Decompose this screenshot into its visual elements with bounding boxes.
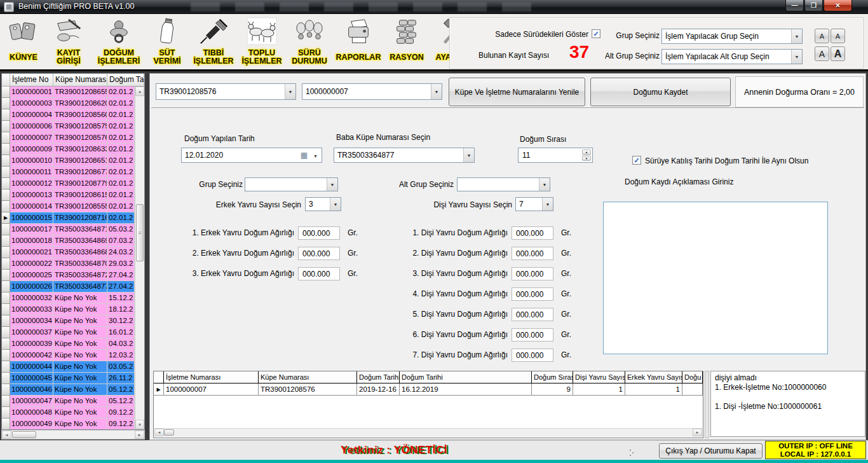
- cell[interactable]: 30.12.2: [107, 315, 135, 327]
- cell[interactable]: 1000000046: [10, 384, 53, 396]
- cell[interactable]: 02.01.2: [107, 144, 135, 155]
- column-header-kupe-numarasi[interactable]: Küpe Numarası: [53, 74, 107, 86]
- scroll-left-icon[interactable]: [154, 429, 164, 436]
- row-selector[interactable]: [2, 235, 10, 247]
- row-selector[interactable]: [2, 338, 10, 350]
- cell[interactable]: 1000000004: [10, 109, 53, 121]
- cell[interactable]: Küpe No Yok: [53, 304, 107, 315]
- cell[interactable]: TR39001208651: [53, 155, 107, 167]
- toolbar-item-kayit-girisi[interactable]: KAYIT GİRİŞİ: [44, 15, 93, 69]
- row-selector[interactable]: [2, 361, 10, 373]
- animal-row[interactable]: 1000000013TR3900120861502.01.2: [2, 190, 135, 201]
- animal-row[interactable]: 1000000010TR3900120865102.01.2: [2, 155, 135, 167]
- animal-row[interactable]: 1000000039Küpe No Yok04.03.2: [2, 338, 135, 350]
- scroll-down-icon[interactable]: [135, 420, 144, 429]
- minimize-button[interactable]: —: [785, 0, 804, 11]
- cell[interactable]: 05.12.2: [107, 396, 135, 407]
- cell[interactable]: TR39001208555: [53, 201, 107, 212]
- cell[interactable]: 1000000045: [10, 373, 53, 384]
- cell[interactable]: Küpe No Yok: [53, 361, 107, 373]
- weight-input[interactable]: 000.000: [298, 247, 340, 260]
- cell[interactable]: 27.04.2: [107, 281, 135, 293]
- animal-row[interactable]: 1000000021TR3500336486824.03.2: [2, 247, 135, 258]
- cell[interactable]: 1000000044: [10, 361, 53, 373]
- cell[interactable]: 1000000026: [10, 281, 53, 293]
- weight-input[interactable]: 000.000: [512, 226, 553, 240]
- cell[interactable]: 02.01.2: [107, 167, 135, 178]
- weight-input[interactable]: 000.000: [512, 328, 553, 342]
- row-selector[interactable]: [2, 178, 10, 190]
- row-selector[interactable]: [2, 327, 10, 338]
- cell[interactable]: TR35003364869: [53, 235, 107, 247]
- scrollbar-thumb[interactable]: [136, 204, 144, 261]
- cell[interactable]: 02.01.2: [107, 201, 135, 212]
- same-date-checkbox[interactable]: [632, 156, 641, 165]
- cell[interactable]: 1000000047: [10, 396, 53, 407]
- cell[interactable]: Küpe No Yok: [53, 407, 107, 418]
- animal-row[interactable]: 1000000018TR3500336486907.03.2: [2, 235, 135, 247]
- row-selector[interactable]: [2, 98, 10, 109]
- cell[interactable]: 02.01.2: [107, 132, 135, 144]
- row-selector[interactable]: [2, 247, 10, 258]
- animal-row[interactable]: 1000000015TR3900120871602.01.2: [2, 212, 135, 224]
- cell[interactable]: 12.03.2: [107, 350, 135, 361]
- row-selector[interactable]: [2, 304, 10, 315]
- animal-row[interactable]: 1000000001TR3900120865502.01.2: [2, 86, 135, 98]
- cell[interactable]: 1: [625, 384, 682, 395]
- cell[interactable]: 26.11.2: [107, 373, 135, 384]
- row-selector[interactable]: [2, 109, 10, 121]
- cell[interactable]: Küpe No Yok: [53, 418, 107, 429]
- subgroup-select-combo[interactable]: İşlem Yapılacak Alt Grup Seçin: [661, 49, 803, 64]
- cell[interactable]: 09.12.2: [107, 418, 135, 429]
- column-header[interactable]: İşletme Numarası: [164, 371, 259, 383]
- cell[interactable]: 1000000015: [10, 212, 53, 224]
- cell[interactable]: Küpe No Yok: [53, 384, 107, 396]
- cell[interactable]: TR39001208576: [53, 132, 107, 144]
- cell[interactable]: 1000000014: [10, 201, 53, 212]
- cell[interactable]: TR39001208620: [53, 98, 107, 109]
- save-birth-button[interactable]: Doğumu Kaydet: [590, 78, 731, 106]
- animal-row[interactable]: 1000000026TR3500336487727.04.2: [2, 281, 135, 293]
- cell[interactable]: TR39001208779: [53, 178, 107, 190]
- animal-row[interactable]: 1000000047Küpe No Yok05.12.2: [2, 396, 135, 407]
- animal-row[interactable]: 1000000037Küpe No Yok16.01.2: [2, 327, 135, 338]
- cell[interactable]: TR39001208677: [53, 167, 107, 178]
- cell[interactable]: 1000000010: [10, 155, 53, 167]
- row-selector[interactable]: [2, 121, 10, 132]
- cell[interactable]: Küpe No Yok: [53, 373, 107, 384]
- cell[interactable]: 02.01.2: [107, 98, 135, 109]
- animal-row[interactable]: 1000000022TR3500336487029.03.2: [2, 258, 135, 270]
- row-selector[interactable]: [2, 144, 10, 155]
- row-selector[interactable]: [2, 258, 10, 270]
- row-selector[interactable]: [2, 212, 10, 224]
- cell[interactable]: 1000000037: [10, 327, 53, 338]
- weight-input[interactable]: 000.000: [298, 226, 340, 240]
- cell[interactable]: 18.12.2: [107, 304, 135, 315]
- column-header[interactable]: Erkek Yavru Sayısı: [625, 371, 682, 383]
- scrollbar-thumb[interactable]: [164, 429, 174, 436]
- animal-row[interactable]: 1000000014TR3900120855502.01.2: [2, 201, 135, 212]
- row-selector[interactable]: [2, 270, 10, 281]
- animal-row[interactable]: 1000000006TR3900120857502.01.2: [2, 121, 135, 132]
- chevron-down-icon[interactable]: [791, 29, 802, 43]
- scroll-right-icon[interactable]: [693, 429, 702, 436]
- row-selector[interactable]: [2, 407, 10, 418]
- cell[interactable]: 1000000017: [10, 224, 53, 235]
- toolbar-item-tibbi-islemler[interactable]: TIBBİ İŞLEMLER: [189, 15, 238, 69]
- cell[interactable]: 1000000049: [10, 418, 53, 429]
- toolbar-item-rasyon[interactable]: RASYON: [384, 15, 430, 69]
- animal-row[interactable]: 1000000045Küpe No Yok26.11.2: [2, 373, 135, 384]
- animal-row[interactable]: 1000000017TR3500336487105.03.2: [2, 224, 135, 235]
- cell[interactable]: 1000000042: [10, 350, 53, 361]
- row-selector[interactable]: [154, 384, 164, 395]
- cell[interactable]: Küpe No Yok: [53, 327, 107, 338]
- cell[interactable]: 1000000032: [10, 293, 53, 304]
- cell[interactable]: TR35003364872: [53, 270, 107, 281]
- animal-row[interactable]: 1000000044Küpe No Yok03.05.2: [2, 361, 135, 373]
- weight-input[interactable]: 000.000: [512, 267, 553, 280]
- animal-row[interactable]: 1000000034Küpe No Yok30.12.2: [2, 315, 135, 327]
- cell[interactable]: TR39001208576: [259, 384, 357, 395]
- cell[interactable]: 02.01.2: [107, 190, 135, 201]
- cell[interactable]: 07.03.2: [107, 235, 135, 247]
- cell[interactable]: 9: [532, 384, 573, 395]
